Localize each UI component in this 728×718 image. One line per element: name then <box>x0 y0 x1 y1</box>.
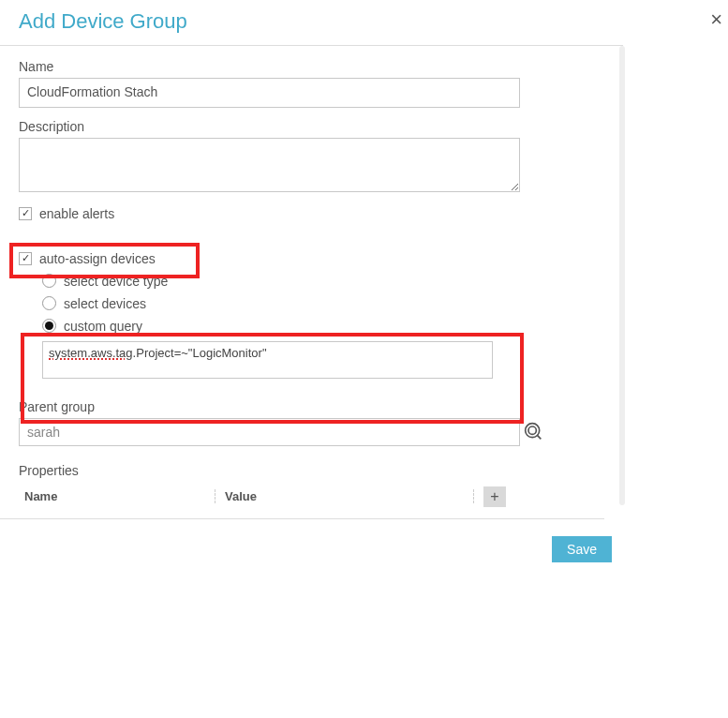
description-field-block: Description <box>19 119 604 195</box>
properties-value-col: Value <box>215 489 474 503</box>
close-icon[interactable]: × <box>710 9 722 30</box>
custom-query-textarea[interactable]: system.aws.tag.Project=~"LogicMonitor" <box>42 341 493 379</box>
enable-alerts-label: enable alerts <box>39 206 114 221</box>
auto-assign-checkbox[interactable]: ✓ <box>19 252 32 265</box>
radio-icon[interactable] <box>42 296 56 310</box>
modal-header: Add Device Group <box>0 0 623 46</box>
parent-group-input[interactable] <box>19 418 520 446</box>
properties-heading: Properties <box>19 463 604 478</box>
save-button[interactable]: Save <box>552 536 612 562</box>
radio-label: custom query <box>64 319 142 334</box>
custom-query-area: system.aws.tag.Project=~"LogicMonitor" <box>42 341 604 379</box>
modal-title: Add Device Group <box>19 9 604 34</box>
divider <box>0 510 604 519</box>
add-device-group-modal: × Add Device Group Name Description ✓ en… <box>0 0 623 519</box>
radio-label: select device type <box>64 274 168 289</box>
search-icon[interactable] <box>524 422 542 441</box>
description-label: Description <box>19 119 604 134</box>
radio-custom-query[interactable]: custom query <box>42 319 604 334</box>
properties-name-col: Name <box>19 489 215 503</box>
properties-section: Properties Name Value + <box>19 463 604 510</box>
name-field-block: Name <box>19 59 604 108</box>
scrollbar-track[interactable] <box>619 46 625 505</box>
enable-alerts-checkbox[interactable]: ✓ <box>19 207 32 220</box>
radio-select-devices[interactable]: select devices <box>42 296 604 311</box>
radio-icon[interactable] <box>42 274 56 288</box>
description-textarea[interactable] <box>19 138 520 192</box>
svg-line-2 <box>537 435 541 439</box>
radio-label: select devices <box>64 296 146 311</box>
parent-group-block: Parent group <box>19 399 604 446</box>
name-label: Name <box>19 59 604 74</box>
add-property-button[interactable]: + <box>483 486 506 507</box>
radio-select-device-type[interactable]: select device type <box>42 274 604 289</box>
query-spell-segment: system.aws.tag <box>49 346 133 360</box>
name-input[interactable] <box>19 78 520 108</box>
parent-group-label: Parent group <box>19 399 604 414</box>
enable-alerts-row[interactable]: ✓ enable alerts <box>19 206 604 221</box>
radio-icon[interactable] <box>42 319 56 333</box>
query-rest-segment: .Project=~"LogicMonitor" <box>133 346 267 360</box>
modal-footer: Save <box>0 519 623 562</box>
auto-assign-label: auto-assign devices <box>39 251 156 266</box>
svg-point-1 <box>528 426 536 434</box>
properties-header-row: Name Value + <box>19 484 506 510</box>
auto-assign-row[interactable]: ✓ auto-assign devices <box>19 251 604 266</box>
modal-body: Name Description ✓ enable alerts ✓ auto-… <box>0 46 623 519</box>
